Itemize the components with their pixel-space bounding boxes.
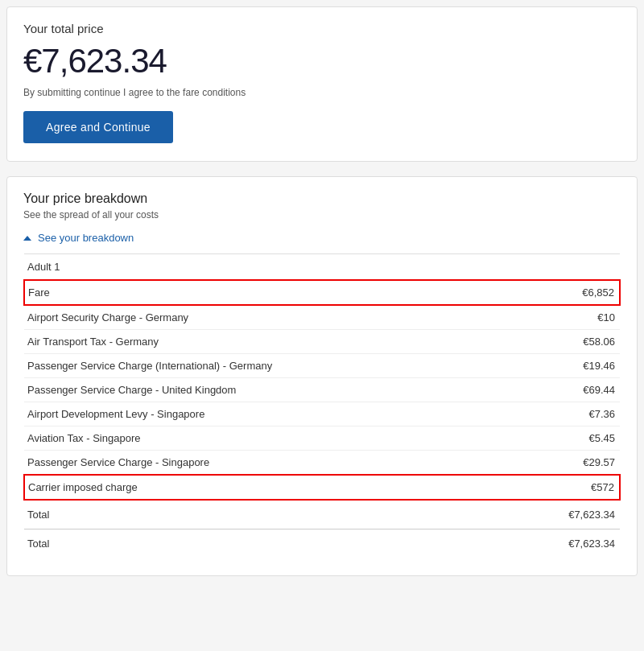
psc-singapore-amount: €29.57 bbox=[514, 451, 620, 476]
page-wrapper: Your total price €7,623.34 By submitting… bbox=[0, 0, 644, 597]
psc-uk-label: Passenger Service Charge - United Kingdo… bbox=[24, 378, 514, 402]
air-transport-tax-row: Air Transport Tax - Germany €58.06 bbox=[24, 330, 620, 354]
airport-dev-levy-label: Airport Development Levy - Singapore bbox=[24, 402, 514, 426]
total-amount-1: €7,623.34 bbox=[514, 500, 620, 529]
aviation-tax-amount: €5.45 bbox=[514, 426, 620, 451]
agree-continue-button[interactable]: Agree and Continue bbox=[23, 111, 173, 143]
airport-security-amount: €10 bbox=[514, 305, 620, 330]
breakdown-title: Your price breakdown bbox=[23, 192, 621, 206]
fare-label: Fare bbox=[24, 280, 514, 305]
airport-security-label: Airport Security Charge - Germany bbox=[24, 305, 514, 330]
aviation-tax-row: Aviation Tax - Singapore €5.45 bbox=[24, 426, 620, 451]
total-amount-2: €7,623.34 bbox=[514, 529, 620, 558]
breakdown-table: Adult 1 Fare €6,852 Airport Security Cha… bbox=[23, 253, 621, 558]
fare-conditions-note: By submitting continue I agree to the fa… bbox=[23, 87, 621, 98]
psc-international-amount: €19.46 bbox=[514, 354, 620, 378]
total-label-1: Total bbox=[24, 500, 514, 529]
psc-singapore-label: Passenger Service Charge - Singapore bbox=[24, 451, 514, 476]
total-price-label: Your total price bbox=[23, 22, 621, 35]
airport-security-row: Airport Security Charge - Germany €10 bbox=[24, 305, 620, 330]
chevron-up-icon bbox=[23, 236, 31, 241]
air-transport-tax-amount: €58.06 bbox=[514, 330, 620, 354]
fare-row: Fare €6,852 bbox=[24, 280, 620, 305]
psc-international-label: Passenger Service Charge (International)… bbox=[24, 354, 514, 378]
price-breakdown-card: Your price breakdown See the spread of a… bbox=[6, 176, 638, 576]
aviation-tax-label: Aviation Tax - Singapore bbox=[24, 426, 514, 451]
total-price-amount: €7,623.34 bbox=[23, 42, 621, 80]
airport-dev-levy-row: Airport Development Levy - Singapore €7.… bbox=[24, 402, 620, 426]
carrier-imposed-row: Carrier imposed charge €572 bbox=[24, 475, 620, 500]
total-label-2: Total bbox=[24, 529, 514, 558]
adult-label-row: Adult 1 bbox=[24, 254, 620, 281]
see-breakdown-link[interactable]: See your breakdown bbox=[23, 232, 621, 244]
psc-uk-amount: €69.44 bbox=[514, 378, 620, 402]
psc-uk-row: Passenger Service Charge - United Kingdo… bbox=[24, 378, 620, 402]
total-price-card: Your total price €7,623.34 By submitting… bbox=[6, 6, 638, 162]
carrier-imposed-amount: €572 bbox=[514, 475, 620, 500]
total-row-2: Total €7,623.34 bbox=[24, 529, 620, 558]
airport-dev-levy-amount: €7.36 bbox=[514, 402, 620, 426]
breakdown-subtitle: See the spread of all your costs bbox=[23, 209, 621, 220]
air-transport-tax-label: Air Transport Tax - Germany bbox=[24, 330, 514, 354]
psc-international-row: Passenger Service Charge (International)… bbox=[24, 354, 620, 378]
psc-singapore-row: Passenger Service Charge - Singapore €29… bbox=[24, 451, 620, 476]
carrier-imposed-label: Carrier imposed charge bbox=[24, 475, 514, 500]
total-row-1: Total €7,623.34 bbox=[24, 500, 620, 529]
fare-amount: €6,852 bbox=[514, 280, 620, 305]
